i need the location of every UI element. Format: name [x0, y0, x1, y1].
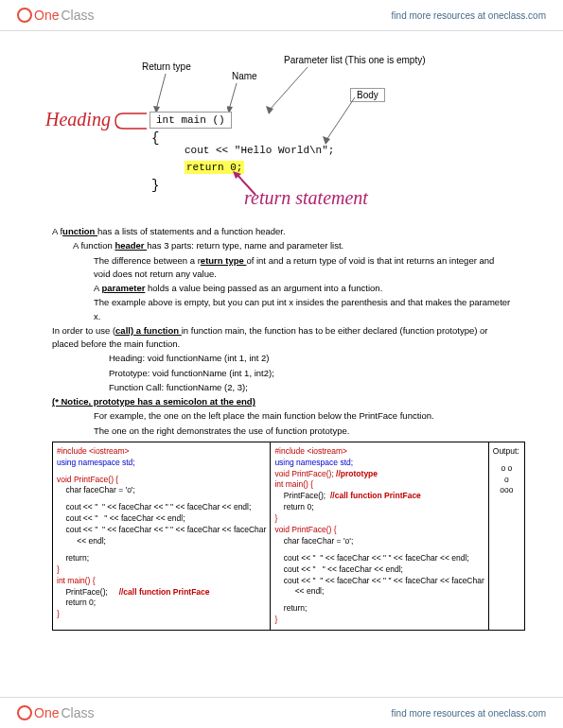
para-prototype-ex: Prototype: void functionName (int 1, int… [109, 367, 511, 380]
close-brace: } [151, 178, 159, 193]
logo-circle-icon [17, 8, 32, 23]
para-return-type: The difference between a return type of … [94, 254, 511, 282]
svg-line-6 [326, 97, 355, 140]
return-statement-handwritten: return statement [244, 187, 368, 209]
logo-class: Class [61, 705, 94, 720]
para-parameter: A parameter holds a value being passed a… [94, 282, 511, 295]
logo-circle-icon [17, 705, 32, 720]
para-function: A function has a lists of statements and… [52, 225, 511, 238]
svg-line-0 [156, 74, 166, 110]
open-brace: { [151, 130, 159, 146]
label-parameter-list: Parameter list (This one is empty) [284, 55, 426, 65]
para-example-left: For example, the one on the left place t… [94, 409, 511, 423]
arrow-return-type-icon [151, 74, 180, 116]
para-heading-ex: Heading: void functionName (int 1, int 2… [109, 352, 511, 365]
code-cout: cout << "Hello World\n"; [185, 145, 334, 156]
code-comparison-table: #include <iostream> using namespace std;… [52, 442, 525, 631]
code-int-main: int main () [150, 112, 232, 129]
arrow-body-icon [322, 97, 360, 145]
para-notice: (* Notice, prototype has a semicolon at … [52, 395, 511, 408]
header-bar: OneClass find more resources at oneclass… [0, 0, 563, 31]
resources-link[interactable]: find more resources at oneclass.com [392, 10, 546, 21]
footer-bar: OneClass find more resources at oneclass… [0, 697, 563, 728]
para-call-ex: Function Call: functionName (2, 3); [109, 381, 511, 394]
logo-one: One [34, 8, 59, 23]
svg-line-4 [270, 67, 308, 110]
para-example-right: The one on the right demonstrates the us… [94, 425, 511, 438]
table-row: #include <iostream> using namespace std;… [53, 442, 525, 630]
logo-class: Class [61, 8, 94, 23]
para-call: In order to use (call) a function in fun… [52, 324, 511, 352]
output-cell: Output: o o o ooo [488, 442, 524, 630]
function-diagram: Return type Name Parameter list (This on… [0, 41, 563, 225]
notes-content: A function has a lists of statements and… [0, 225, 563, 438]
svg-marker-7 [323, 136, 330, 145]
footer-resources-link[interactable]: find more resources at oneclass.com [392, 708, 546, 719]
logo-one: One [34, 705, 59, 720]
para-example: The example above is empty, but you can … [94, 296, 511, 323]
arrow-param-icon [265, 67, 312, 116]
brace-left-icon [114, 112, 151, 130]
label-return-type: Return type [142, 61, 191, 72]
code-right-cell: #include <iostream> using namespace std;… [271, 442, 488, 630]
heading-handwritten: Heading [45, 109, 111, 130]
para-header: A function header has 3 parts: return ty… [73, 239, 511, 252]
code-left-cell: #include <iostream> using namespace std;… [53, 442, 271, 630]
footer-logo: OneClass [17, 705, 94, 720]
label-name: Name [232, 71, 257, 81]
logo: OneClass [17, 8, 94, 23]
svg-line-2 [229, 83, 237, 110]
